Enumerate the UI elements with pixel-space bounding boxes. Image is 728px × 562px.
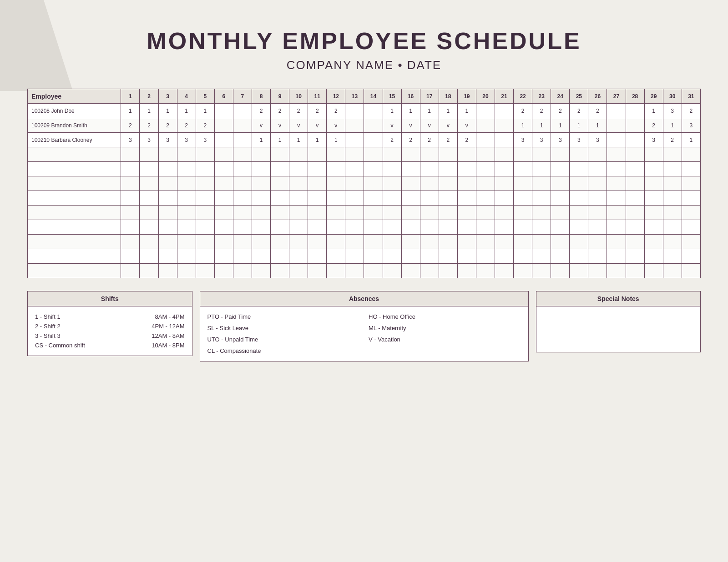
absences-box: Absences PTO - Paid TimeHO - Home Office… — [200, 291, 529, 361]
absence-item: V - Vacation — [369, 335, 521, 344]
day-cell: 2 — [158, 118, 177, 133]
day-cell — [383, 206, 401, 220]
day-cell: 1 — [514, 118, 532, 133]
day-cell: 2 — [532, 104, 551, 118]
day-cell — [345, 147, 364, 162]
day-cell — [308, 162, 327, 176]
day-cell — [214, 147, 233, 162]
day-cell — [682, 206, 700, 220]
day-cell — [271, 206, 289, 220]
shift-time: 12AM - 8AM — [152, 332, 184, 339]
col-header-day: 14 — [364, 89, 383, 104]
day-cell — [345, 249, 364, 264]
day-cell — [196, 176, 214, 191]
day-cell: 1 — [177, 104, 196, 118]
day-cell — [308, 264, 327, 278]
employee-name-cell — [28, 147, 121, 162]
day-cell — [196, 220, 214, 235]
day-cell — [626, 176, 644, 191]
day-cell — [495, 162, 513, 176]
day-cell — [644, 264, 663, 278]
day-cell — [214, 249, 233, 264]
day-cell — [551, 249, 570, 264]
day-cell — [196, 235, 214, 249]
day-cell — [233, 264, 252, 278]
day-cell — [140, 235, 158, 249]
day-cell — [551, 191, 570, 206]
day-cell — [495, 264, 513, 278]
col-header-day: 7 — [233, 89, 252, 104]
employee-name-cell — [28, 264, 121, 278]
day-cell — [158, 206, 177, 220]
day-cell: 2 — [289, 104, 308, 118]
day-cell — [457, 206, 476, 220]
day-cell — [514, 206, 532, 220]
day-cell — [289, 162, 308, 176]
day-cell — [233, 162, 252, 176]
day-cell — [364, 118, 383, 133]
day-cell — [233, 220, 252, 235]
day-cell — [439, 176, 457, 191]
day-cell — [570, 249, 588, 264]
day-cell — [121, 162, 140, 176]
col-header-day: 30 — [663, 89, 682, 104]
day-cell — [233, 147, 252, 162]
day-cell — [588, 191, 607, 206]
day-cell — [439, 235, 457, 249]
day-cell — [626, 147, 644, 162]
day-cell — [682, 264, 700, 278]
day-cell — [196, 206, 214, 220]
day-cell — [233, 176, 252, 191]
day-cell — [401, 191, 420, 206]
day-cell — [476, 235, 495, 249]
day-cell — [682, 249, 700, 264]
day-cell — [532, 147, 551, 162]
day-cell — [177, 235, 196, 249]
day-cell — [177, 162, 196, 176]
day-cell — [682, 147, 700, 162]
day-cell — [177, 220, 196, 235]
special-notes-title: Special Notes — [536, 291, 701, 306]
day-cell: 1 — [289, 133, 308, 147]
absence-item — [369, 346, 521, 356]
day-cell — [364, 220, 383, 235]
day-cell: v — [420, 118, 439, 133]
day-cell — [663, 162, 682, 176]
col-header-day: 16 — [401, 89, 420, 104]
day-cell: 1 — [570, 118, 588, 133]
col-header-day: 20 — [476, 89, 495, 104]
day-cell — [177, 206, 196, 220]
day-cell — [401, 249, 420, 264]
day-cell — [607, 206, 626, 220]
day-cell: 2 — [177, 118, 196, 133]
shifts-content: 1 - Shift 18AM - 4PM2 - Shift 24PM - 12A… — [28, 306, 192, 356]
day-cell — [252, 249, 270, 264]
employee-name-cell — [28, 176, 121, 191]
day-cell — [252, 191, 270, 206]
day-cell — [663, 235, 682, 249]
day-cell — [663, 147, 682, 162]
day-cell: 1 — [644, 104, 663, 118]
day-cell: v — [289, 118, 308, 133]
day-cell — [289, 249, 308, 264]
day-cell — [570, 206, 588, 220]
day-cell: 1 — [401, 104, 420, 118]
col-header-day: 24 — [551, 89, 570, 104]
day-cell: 2 — [401, 133, 420, 147]
day-cell — [121, 264, 140, 278]
day-cell — [327, 220, 345, 235]
day-cell — [364, 162, 383, 176]
day-cell: 3 — [532, 133, 551, 147]
day-cell — [364, 191, 383, 206]
day-cell — [570, 176, 588, 191]
day-cell — [476, 176, 495, 191]
shift-item: 3 - Shift 312AM - 8AM — [35, 331, 185, 341]
day-cell — [121, 249, 140, 264]
day-cell — [289, 220, 308, 235]
day-cell — [644, 191, 663, 206]
day-cell — [644, 147, 663, 162]
day-cell — [383, 249, 401, 264]
day-cell — [196, 264, 214, 278]
day-cell — [607, 118, 626, 133]
day-cell — [252, 162, 270, 176]
